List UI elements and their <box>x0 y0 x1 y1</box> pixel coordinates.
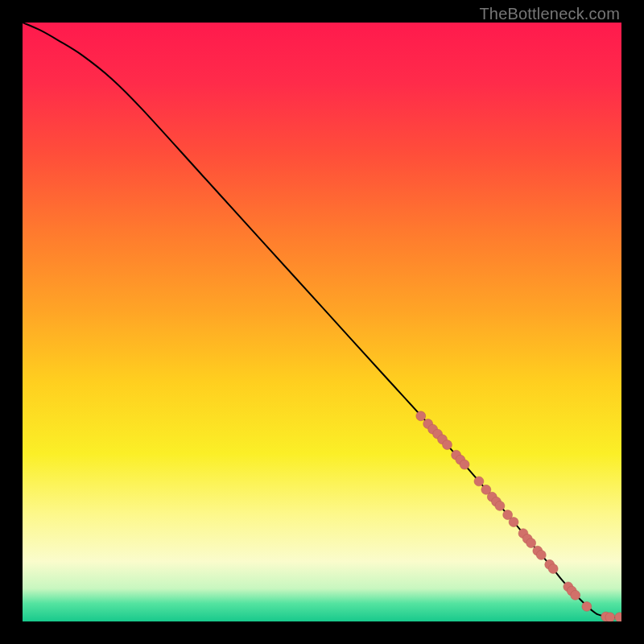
data-marker <box>548 564 558 574</box>
plot-area <box>23 23 621 621</box>
watermark-text: TheBottleneck.com <box>479 5 620 23</box>
chart-stage: TheBottleneck.com <box>0 0 644 644</box>
data-marker <box>474 477 484 486</box>
data-marker <box>509 518 518 527</box>
data-marker <box>536 550 546 559</box>
chart-svg <box>23 23 621 621</box>
gradient-background <box>23 23 621 621</box>
data-marker <box>605 613 615 621</box>
data-marker <box>526 539 536 548</box>
data-marker <box>460 460 469 469</box>
data-marker <box>582 601 592 611</box>
data-marker <box>495 501 505 510</box>
data-marker <box>416 411 426 421</box>
data-marker <box>571 590 580 600</box>
data-marker <box>443 440 452 450</box>
